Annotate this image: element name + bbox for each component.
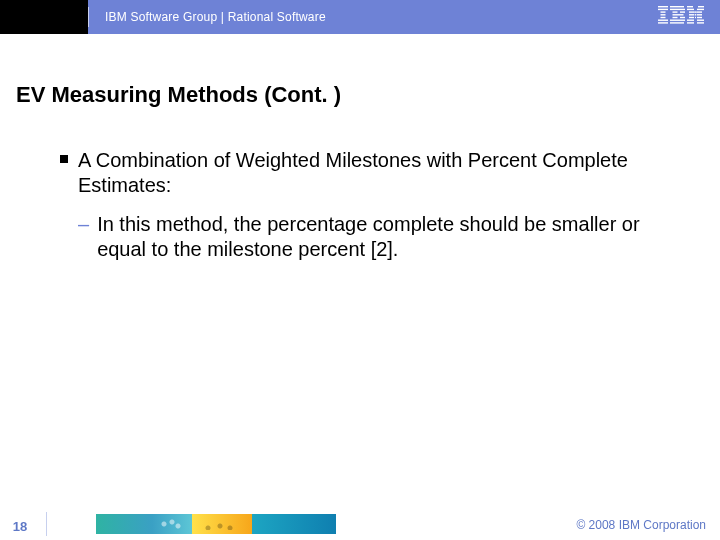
svg-rect-7: [670, 6, 684, 7]
svg-rect-30: [697, 20, 704, 21]
svg-rect-24: [697, 14, 702, 15]
svg-rect-4: [661, 17, 666, 18]
svg-rect-21: [697, 11, 702, 12]
slide: IBM Software Group | Rational Software: [0, 0, 720, 540]
footer-strip-seg-2: [152, 514, 192, 534]
ibm-logo: [658, 6, 704, 28]
svg-rect-0: [658, 6, 668, 7]
svg-rect-3: [661, 14, 666, 15]
svg-rect-15: [670, 22, 684, 23]
svg-rect-26: [689, 17, 694, 18]
header-separator: [88, 7, 89, 27]
svg-rect-5: [658, 20, 668, 21]
svg-rect-27: [697, 17, 702, 18]
svg-rect-13: [680, 17, 685, 18]
svg-rect-22: [694, 11, 697, 12]
svg-rect-25: [695, 14, 697, 15]
svg-rect-1: [658, 9, 668, 10]
copyright-text: © 2008 IBM Corporation: [576, 518, 706, 532]
ibm-logo-icon: [658, 6, 704, 24]
footer-image-strip: [96, 514, 336, 534]
svg-rect-29: [687, 20, 694, 21]
page-number: 18: [13, 519, 27, 534]
header-left: IBM Software Group | Rational Software: [0, 0, 326, 34]
slide-content: A Combination of Weighted Milestones wit…: [60, 148, 660, 262]
svg-rect-31: [687, 22, 694, 23]
svg-rect-16: [687, 6, 693, 7]
svg-rect-18: [687, 9, 694, 10]
bullet-level-2: – In this method, the percentage complet…: [78, 212, 660, 262]
footer-separator: [46, 512, 47, 536]
svg-rect-19: [697, 9, 704, 10]
svg-rect-2: [661, 11, 666, 12]
sub-bullet-1-text: In this method, the percentage complete …: [97, 212, 660, 262]
svg-rect-11: [673, 14, 684, 15]
svg-rect-14: [670, 20, 685, 21]
bullet-level-1: A Combination of Weighted Milestones wit…: [60, 148, 660, 198]
dash-bullet-icon: –: [78, 212, 89, 237]
footer-strip-seg-3: [192, 514, 252, 534]
svg-rect-28: [695, 17, 696, 18]
slide-title: EV Measuring Methods (Cont. ): [16, 82, 341, 108]
svg-rect-6: [658, 22, 668, 23]
svg-rect-32: [697, 22, 704, 23]
svg-rect-9: [673, 11, 678, 12]
svg-rect-23: [689, 14, 694, 15]
footer-strip-seg-1: [96, 514, 152, 534]
header-org-text: IBM Software Group | Rational Software: [105, 10, 326, 24]
square-bullet-icon: [60, 155, 68, 163]
svg-rect-12: [673, 17, 678, 18]
svg-rect-20: [689, 11, 694, 12]
page-number-box: 18: [0, 512, 40, 540]
svg-rect-8: [670, 9, 685, 10]
svg-rect-10: [680, 11, 685, 12]
header-bar: IBM Software Group | Rational Software: [0, 0, 720, 34]
footer-strip-seg-4: [252, 514, 336, 534]
svg-rect-17: [698, 6, 704, 7]
header-black-block: [0, 0, 88, 34]
footer: 18 © 2008 IBM Corporation: [0, 504, 720, 540]
bullet-1-text: A Combination of Weighted Milestones wit…: [78, 148, 660, 198]
